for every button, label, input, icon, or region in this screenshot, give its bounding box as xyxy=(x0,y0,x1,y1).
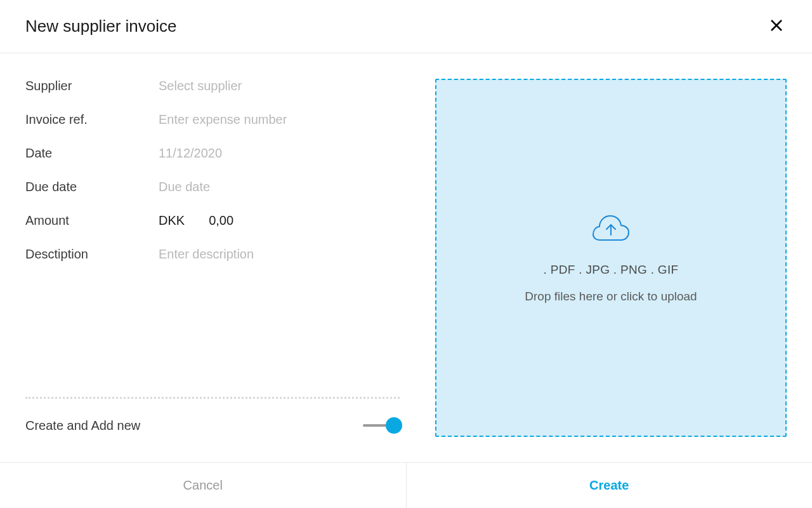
label-invoice-ref: Invoice ref. xyxy=(25,112,159,127)
form-column: Supplier Invoice ref. Date Due date Amou xyxy=(25,79,400,437)
close-button[interactable] xyxy=(766,15,787,37)
cloud-upload-icon xyxy=(591,212,631,250)
row-date: Date xyxy=(25,146,400,161)
modal-footer: Cancel Create xyxy=(0,462,812,508)
label-due-date: Due date xyxy=(25,180,159,194)
row-due-date: Due date xyxy=(25,180,400,194)
label-supplier: Supplier xyxy=(25,79,159,93)
form-rows: Supplier Invoice ref. Date Due date Amou xyxy=(25,79,400,262)
file-dropzone[interactable]: . PDF . JPG . PNG . GIF Drop files here … xyxy=(435,79,787,437)
label-date: Date xyxy=(25,146,159,161)
amount-input[interactable] xyxy=(209,213,285,228)
modal-body: Supplier Invoice ref. Date Due date Amou xyxy=(0,53,812,462)
drop-hint-text: Drop files here or click to upload xyxy=(525,290,697,304)
currency-label: DKK xyxy=(159,213,185,228)
create-add-new-toggle[interactable] xyxy=(363,417,400,434)
invoice-ref-input[interactable] xyxy=(159,112,400,127)
row-invoice-ref: Invoice ref. xyxy=(25,112,400,127)
date-input[interactable] xyxy=(159,146,400,161)
description-input[interactable] xyxy=(159,247,400,262)
amount-group: DKK xyxy=(159,213,285,228)
modal-header: New supplier invoice xyxy=(0,0,812,53)
label-amount: Amount xyxy=(25,213,159,228)
create-button[interactable]: Create xyxy=(407,463,813,508)
modal-title: New supplier invoice xyxy=(25,17,176,36)
cancel-button[interactable]: Cancel xyxy=(0,463,407,508)
row-amount: Amount DKK xyxy=(25,213,400,228)
label-description: Desctiption xyxy=(25,247,159,262)
toggle-label: Create and Add new xyxy=(25,418,140,433)
upload-column: . PDF . JPG . PNG . GIF Drop files here … xyxy=(435,79,787,437)
close-icon xyxy=(769,18,784,35)
toggle-row: Create and Add new xyxy=(25,399,400,437)
due-date-input[interactable] xyxy=(159,180,400,194)
row-supplier: Supplier xyxy=(25,79,400,93)
new-supplier-invoice-modal: New supplier invoice Supplier Invoice re… xyxy=(0,0,812,508)
row-description: Desctiption xyxy=(25,247,400,262)
toggle-thumb xyxy=(386,417,402,434)
supplier-input[interactable] xyxy=(159,79,400,93)
filetypes-text: . PDF . JPG . PNG . GIF xyxy=(544,263,679,277)
